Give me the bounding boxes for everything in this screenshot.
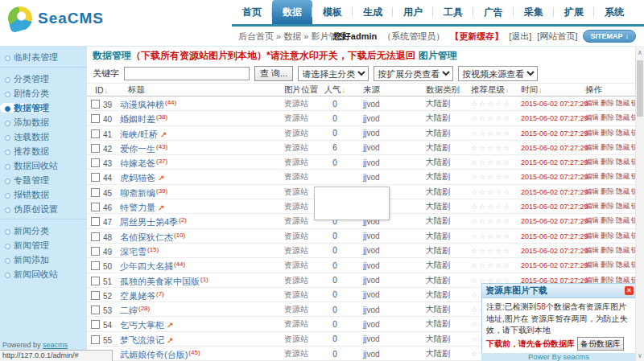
title-link[interactable]: 聊斋新编 [120, 188, 155, 198]
keyword-input[interactable] [124, 67, 250, 80]
star-rating[interactable]: ☆☆☆☆☆ [461, 129, 508, 137]
action-delete[interactable]: 删除 [601, 99, 614, 107]
action-delete[interactable]: 删除 [601, 202, 614, 210]
sitemap-button[interactable]: SITEMAP↓ [583, 30, 636, 43]
sidebar-item[interactable]: 新闻回收站 [0, 269, 58, 279]
star-rating[interactable]: ☆☆☆☆☆ [461, 232, 508, 240]
ext-category-select[interactable]: 按扩展分类查看 [374, 66, 453, 81]
action-hide[interactable]: 隐藏 [616, 143, 630, 151]
action-hide[interactable]: 隐藏 [616, 99, 630, 107]
main-category-select[interactable]: 请选择主分类 [298, 66, 369, 81]
nav-tab[interactable]: 模板 [312, 0, 353, 24]
title-link[interactable]: 武媚娘传奇(台版) [120, 350, 188, 359]
row-checkbox[interactable] [91, 188, 100, 197]
action-hide[interactable]: 隐藏 [616, 129, 630, 137]
nav-tab[interactable]: 扩展 [554, 0, 594, 24]
action-hide[interactable]: 隐藏 [616, 260, 630, 269]
scroll-down-icon[interactable]: ∨ [636, 352, 644, 359]
row-checkbox[interactable] [91, 232, 100, 241]
sidebar-item[interactable]: 连载数据 [0, 132, 49, 142]
action-delete[interactable]: 删除 [601, 143, 614, 151]
star-rating[interactable]: ☆☆☆☆☆ [461, 173, 508, 181]
action-edit[interactable]: 编辑 [585, 232, 599, 240]
col-header-hits[interactable]: 人气↓ [316, 84, 353, 96]
action-edit[interactable]: 编辑 [585, 99, 599, 107]
row-checkbox[interactable] [91, 291, 100, 300]
star-rating[interactable]: ☆☆☆☆☆ [461, 188, 508, 196]
title-link[interactable]: 乞丐大掌柜 [120, 320, 164, 330]
title-link[interactable]: 待嫁老爸 [120, 158, 155, 168]
row-checkbox[interactable] [91, 320, 100, 329]
sidebar-item[interactable]: 新闻添加 [0, 255, 49, 265]
action-hide[interactable]: 隐藏 [616, 202, 630, 210]
sidebar-item[interactable]: 专题管理 [0, 175, 49, 185]
nav-tab[interactable]: 系统 [594, 0, 634, 24]
action-hide[interactable]: 隐藏 [616, 232, 630, 240]
star-rating[interactable]: ☆☆☆☆☆ [461, 261, 508, 269]
nav-tab[interactable]: 广告 [473, 0, 514, 24]
sidebar-item[interactable]: 新闻分类 [0, 226, 49, 236]
title-link[interactable]: 孤独的美食家中国版 [120, 277, 200, 286]
star-rating[interactable]: ☆☆☆☆☆ [461, 144, 508, 152]
search-button[interactable]: 查 询... [254, 66, 293, 81]
sidebar-item[interactable]: 数据回收站 [0, 161, 58, 170]
image-manage-link[interactable]: 图片管理 [419, 50, 457, 61]
title-link[interactable]: 爱你一生 [120, 144, 155, 154]
backup-db-button[interactable]: 备份数据库 [577, 337, 624, 351]
row-checkbox[interactable] [91, 144, 100, 153]
vertical-scrollbar[interactable]: ∧ ∨ [635, 46, 644, 361]
star-rating[interactable]: ☆☆☆☆☆ [461, 203, 508, 211]
star-rating[interactable]: ☆☆☆☆☆ [461, 217, 508, 225]
nav-tab[interactable]: 生成 [353, 0, 393, 24]
col-header-title[interactable]: 标题 [120, 84, 275, 96]
action-delete[interactable]: 删除 [601, 158, 614, 166]
sidebar-item[interactable]: 报错数据 [0, 190, 49, 199]
update-cache-link[interactable]: 【更新缓存】 [450, 31, 503, 43]
title-link[interactable]: 深宅雪 [120, 247, 147, 256]
action-hide[interactable]: 隐藏 [616, 187, 630, 195]
title-link[interactable]: 名侦探狄仁杰 [120, 232, 173, 242]
col-header-id[interactable]: ID↓ [91, 85, 120, 95]
row-checkbox[interactable] [91, 217, 100, 226]
col-header-time[interactable]: 时间↓ [508, 84, 582, 96]
title-link[interactable]: 婚姻时差 [120, 114, 155, 124]
sidebar-item[interactable]: 推荐数据 [0, 146, 49, 156]
action-delete[interactable]: 删除 [601, 246, 614, 254]
row-checkbox[interactable] [91, 203, 100, 211]
row-checkbox[interactable] [91, 277, 100, 285]
sidebar-item[interactable]: 数据管理 [0, 103, 49, 113]
star-rating[interactable]: ☆☆☆☆☆ [461, 247, 508, 255]
title-link[interactable]: 海峡/旺桥 [120, 129, 158, 139]
action-edit[interactable]: 编辑 [585, 129, 599, 137]
action-delete[interactable]: 删除 [601, 260, 614, 269]
star-rating[interactable]: ☆☆☆☆☆ [461, 158, 508, 166]
logout-link[interactable]: [退出] [509, 31, 531, 43]
action-edit[interactable]: 编辑 [585, 158, 599, 166]
action-edit[interactable]: 编辑 [585, 202, 599, 210]
sidebar-item[interactable]: 添加数据 [0, 117, 49, 127]
row-checkbox[interactable] [91, 261, 100, 270]
col-header-source[interactable]: 来源 [353, 84, 416, 96]
col-header-category[interactable]: 数据类别 [416, 84, 461, 96]
row-checkbox[interactable] [91, 129, 100, 138]
sidebar-item[interactable]: 临时表管理 [0, 52, 58, 62]
title-link[interactable]: 梦飞流浪记 [120, 335, 164, 345]
row-checkbox[interactable] [91, 100, 100, 109]
title-link[interactable]: 特警力量 [120, 203, 155, 212]
action-delete[interactable]: 删除 [601, 172, 614, 180]
action-delete[interactable]: 删除 [601, 216, 614, 224]
row-checkbox[interactable] [91, 247, 100, 256]
site-home-link[interactable]: [网站首页] [537, 31, 577, 43]
row-checkbox[interactable] [91, 306, 100, 314]
action-hide[interactable]: 隐藏 [616, 158, 630, 166]
title-link[interactable]: 动漫疯神榜 [120, 100, 164, 109]
action-edit[interactable]: 编辑 [585, 216, 599, 224]
title-link[interactable]: 虎妈猫爸 [120, 173, 155, 183]
sidebar-item[interactable]: 伪原创设置 [0, 204, 58, 214]
sidebar-item[interactable]: 新闻管理 [0, 240, 49, 250]
col-header-stars[interactable]: 推荐星级↓ [461, 84, 508, 96]
action-hide[interactable]: 隐藏 [616, 246, 630, 254]
sidebar-item[interactable]: 剧情分类 [0, 88, 49, 98]
row-checkbox[interactable] [91, 173, 100, 182]
nav-tab[interactable]: 采集 [514, 0, 554, 24]
